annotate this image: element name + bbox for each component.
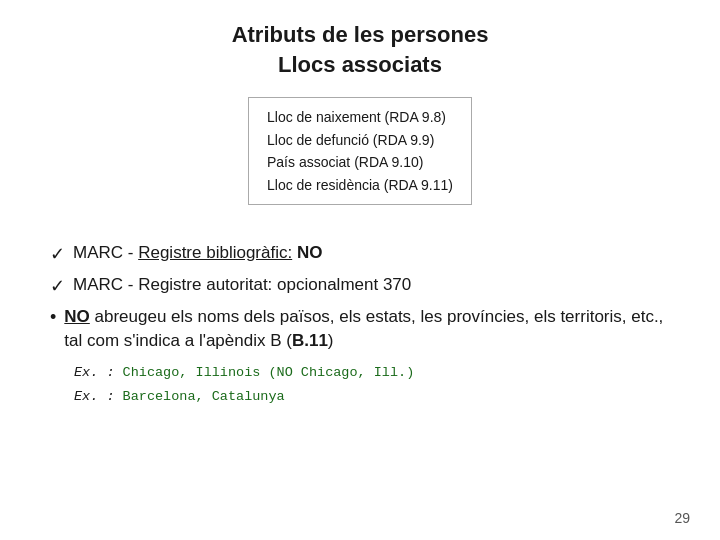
bullet-item-1: ✓ MARC - Registre bibliogràfic: NO	[50, 241, 670, 267]
info-item-4: Lloc de residència (RDA 9.11)	[267, 174, 453, 196]
ex-label-1: Ex. :	[74, 365, 115, 380]
underline-text-1: Registre bibliogràfic:	[138, 243, 292, 262]
title-line1: Atributs de les persones	[50, 20, 670, 50]
ex-label-2: Ex. :	[74, 389, 115, 404]
checkmark-icon-2: ✓	[50, 274, 65, 299]
appendix-ref: B.11	[292, 331, 328, 350]
title-section: Atributs de les persones Llocs associats	[50, 20, 670, 79]
checkmark-icon-1: ✓	[50, 242, 65, 267]
page-number: 29	[674, 510, 690, 526]
example-1: Ex. : Chicago, Illinois (NO Chicago, Ill…	[74, 361, 670, 385]
dot-item: • NO abreugeu els noms dels països, els …	[50, 305, 670, 353]
bullet-item-2: ✓ MARC - Registre autoritat: opcionalmen…	[50, 273, 670, 299]
ex-value-1: Chicago, Illinois	[115, 365, 261, 380]
ex-value-2: Barcelona, Catalunya	[115, 389, 285, 404]
info-box: Lloc de naixement (RDA 9.8) Lloc de defu…	[248, 97, 472, 205]
bullet-text-1: MARC - Registre bibliogràfic: NO	[73, 241, 670, 265]
example-2: Ex. : Barcelona, Catalunya	[74, 385, 670, 409]
examples-section: Ex. : Chicago, Illinois (NO Chicago, Ill…	[74, 361, 670, 408]
dot-main-text: abreugeu els noms dels països, els estat…	[64, 307, 663, 350]
info-box-wrapper: Lloc de naixement (RDA 9.8) Lloc de defu…	[50, 97, 670, 223]
dot-text: NO abreugeu els noms dels països, els es…	[64, 305, 670, 353]
info-item-1: Lloc de naixement (RDA 9.8)	[267, 106, 453, 128]
info-item-2: Lloc de defunció (RDA 9.9)	[267, 129, 453, 151]
bullet-dot: •	[50, 305, 56, 330]
bullet-text-2: MARC - Registre autoritat: opcionalment …	[73, 273, 670, 297]
slide-page: Atributs de les persones Llocs associats…	[0, 0, 720, 540]
title-line2: Llocs associats	[50, 50, 670, 80]
no-abbrev-label: NO	[64, 307, 90, 326]
no-text-1: NO	[297, 243, 323, 262]
ex-comment-1: (NO Chicago, Ill.)	[260, 365, 414, 380]
info-item-3: País associat (RDA 9.10)	[267, 151, 453, 173]
